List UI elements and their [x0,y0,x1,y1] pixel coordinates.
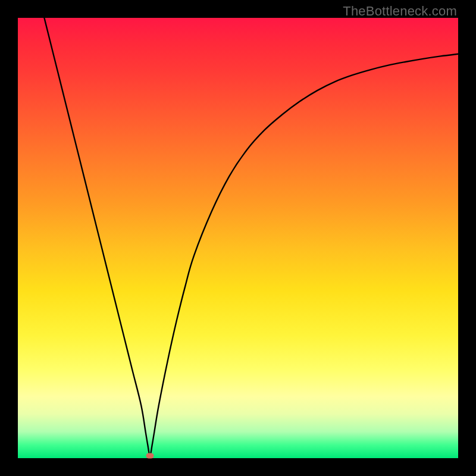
plot-area [18,18,458,458]
bottleneck-curve [44,18,458,456]
curve-svg [18,18,458,458]
watermark-text: TheBottleneck.com [343,4,457,19]
chart-container: TheBottleneck.com [0,0,476,476]
minimum-marker [146,453,154,459]
